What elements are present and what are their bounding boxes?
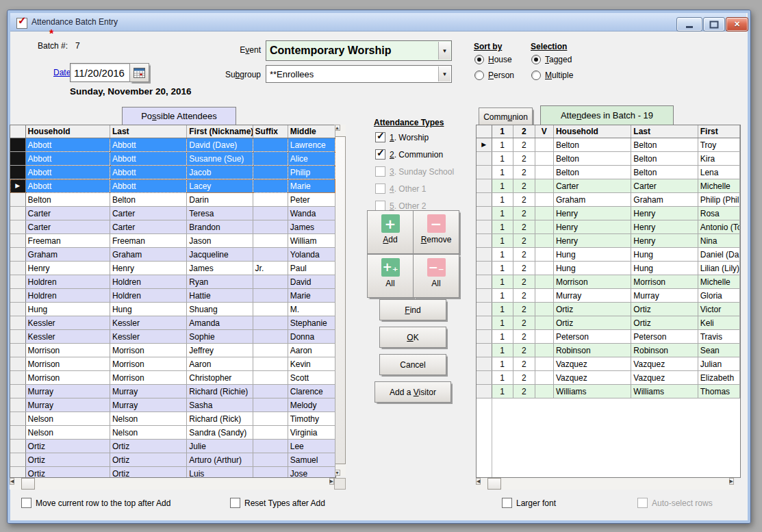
cell[interactable]: 2: [513, 220, 535, 234]
cell[interactable]: [535, 330, 553, 344]
cell[interactable]: [535, 166, 553, 179]
column-header[interactable]: 2: [513, 125, 535, 138]
cell[interactable]: 1: [492, 152, 513, 166]
cell[interactable]: Lawrence: [288, 138, 335, 152]
table-row[interactable]: 12VazquezVazquezJulian: [477, 357, 740, 371]
table-row[interactable]: OrtizOrtizLuisJose: [10, 467, 335, 479]
table-row[interactable]: CarterCarterTeresaWanda: [10, 207, 335, 220]
cell[interactable]: [253, 193, 288, 207]
table-row[interactable]: MorrisonMorrisonChristopherScott: [10, 371, 335, 385]
row-selector[interactable]: [477, 179, 492, 193]
maximize-button[interactable]: [703, 17, 725, 31]
table-row[interactable]: 12HungHungDaniel (Da: [477, 248, 740, 262]
column-header[interactable]: First (Nickname): [187, 125, 253, 138]
radio-icon[interactable]: [531, 55, 541, 64]
cell[interactable]: Arturo (Arthur): [187, 453, 253, 467]
possible-hscrollbar[interactable]: ◀ ▶: [10, 478, 334, 490]
column-header[interactable]: Suffix: [253, 125, 288, 138]
larger-font-checkbox[interactable]: Larger font: [502, 498, 556, 508]
cell[interactable]: Abbott: [25, 152, 110, 166]
cell[interactable]: Carter: [553, 179, 631, 193]
cell[interactable]: Ortiz: [110, 453, 186, 467]
cell[interactable]: Murray: [110, 385, 186, 398]
column-header[interactable]: Household: [553, 125, 631, 138]
cell[interactable]: Morrison: [25, 357, 110, 371]
radio-tagged[interactable]: Tagged: [531, 55, 572, 64]
table-row[interactable]: MurrayMurrayRichard (Richie)Clarence: [10, 385, 335, 398]
cell[interactable]: Belton: [631, 152, 698, 166]
cell[interactable]: Abbott: [110, 166, 186, 179]
table-row[interactable]: 12HenryHenryRosa: [477, 207, 740, 220]
cell[interactable]: Scott: [288, 371, 335, 385]
row-selector[interactable]: [10, 316, 25, 330]
cell[interactable]: Holdren: [110, 275, 186, 289]
cell[interactable]: 2: [513, 248, 535, 262]
table-row[interactable]: HungHungShuangM.: [10, 303, 335, 316]
row-selector[interactable]: [10, 138, 25, 152]
cell[interactable]: Jeffrey: [187, 344, 253, 357]
cell[interactable]: Freeman: [25, 234, 110, 248]
cell[interactable]: [535, 303, 553, 316]
cell[interactable]: Aaron: [187, 357, 253, 371]
cell[interactable]: [253, 357, 288, 371]
row-selector[interactable]: [10, 453, 25, 467]
cell[interactable]: Jason: [187, 234, 253, 248]
cell[interactable]: [253, 371, 288, 385]
cell[interactable]: Murray: [25, 385, 110, 398]
cell[interactable]: Abbott: [110, 138, 186, 152]
cell[interactable]: Nelson: [110, 412, 186, 426]
row-selector[interactable]: [10, 207, 25, 220]
cell[interactable]: 2: [513, 138, 535, 152]
cell[interactable]: Alice: [288, 152, 335, 166]
cell[interactable]: Morrison: [110, 357, 186, 371]
cell[interactable]: 2: [513, 316, 535, 330]
attendance-type-2[interactable]: 2. Communion: [375, 149, 454, 160]
cell[interactable]: Nelson: [110, 426, 186, 440]
cell[interactable]: Henry: [25, 262, 110, 275]
table-row[interactable]: 12CarterCarterMichelle: [477, 179, 740, 193]
subgroup-combobox[interactable]: **Enrollees ▼: [266, 65, 452, 83]
table-row[interactable]: OrtizOrtizJulieLee: [10, 440, 335, 453]
table-row[interactable]: 12HungHungLilian (Lily): [477, 262, 740, 275]
cell[interactable]: [253, 179, 288, 193]
cell[interactable]: Sasha: [187, 398, 253, 412]
cell[interactable]: Hung: [553, 248, 631, 262]
cell[interactable]: Nelson: [25, 412, 110, 426]
title-bar[interactable]: [10, 13, 746, 31]
cell[interactable]: Thomas: [698, 385, 739, 398]
cell[interactable]: 1: [492, 220, 513, 234]
cell[interactable]: Morrison: [110, 344, 186, 357]
row-selector[interactable]: [477, 385, 492, 398]
cell[interactable]: 1: [492, 275, 513, 289]
cell[interactable]: Ortiz: [25, 467, 110, 479]
row-selector[interactable]: [10, 248, 25, 262]
cell[interactable]: Henry: [553, 207, 631, 220]
cell[interactable]: Elizabeth: [698, 371, 739, 385]
cell[interactable]: Graham: [25, 248, 110, 262]
row-selector[interactable]: [10, 385, 25, 398]
cell[interactable]: 2: [513, 234, 535, 248]
cell[interactable]: Peterson: [631, 330, 698, 344]
cell[interactable]: William: [288, 234, 335, 248]
row-selector[interactable]: [10, 289, 25, 303]
row-selector[interactable]: [477, 371, 492, 385]
table-row[interactable]: ▶12BeltonBeltonTroy: [477, 138, 740, 152]
cell[interactable]: Julie: [187, 440, 253, 453]
cell[interactable]: 2: [513, 193, 535, 207]
table-row[interactable]: GrahamGrahamJacquelineYolanda: [10, 248, 335, 262]
table-row[interactable]: 12RobinsonRobinsonSean: [477, 344, 740, 357]
cell[interactable]: 2: [513, 385, 535, 398]
cell[interactable]: Belton: [631, 138, 698, 152]
cell[interactable]: Carter: [25, 220, 110, 234]
cell[interactable]: [535, 138, 553, 152]
cell[interactable]: Brandon: [187, 220, 253, 234]
cell[interactable]: Amanda: [187, 316, 253, 330]
cell[interactable]: [253, 316, 288, 330]
cell[interactable]: [253, 385, 288, 398]
cell[interactable]: Carter: [631, 179, 698, 193]
cancel-button[interactable]: Cancel: [379, 354, 446, 375]
move-row-top-checkbox[interactable]: Move current row to the top after Add: [21, 498, 170, 508]
cell[interactable]: Henry: [110, 262, 186, 275]
date-label[interactable]: Date: [53, 68, 71, 77]
row-selector[interactable]: [10, 262, 25, 275]
